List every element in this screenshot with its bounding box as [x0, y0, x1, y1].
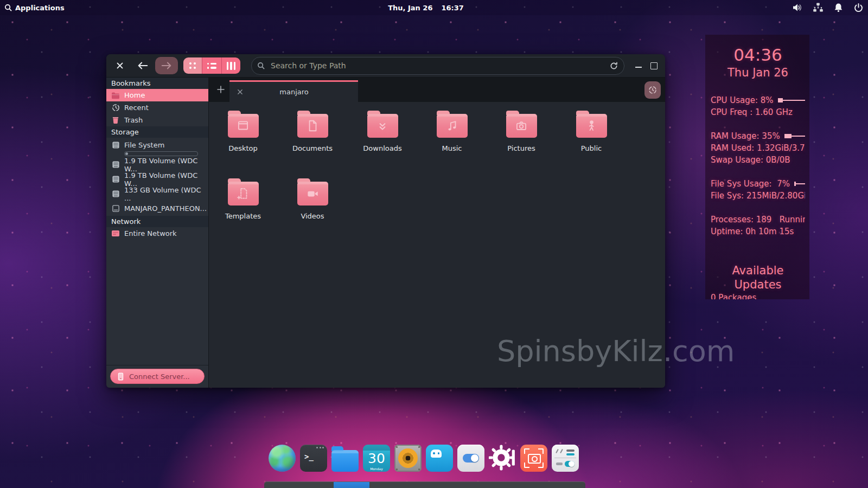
path-search-input[interactable] — [270, 61, 605, 70]
sidebar-item-recent[interactable]: Recent — [106, 101, 208, 114]
tweaks-sliders-icon — [552, 445, 579, 472]
sidebar-item-trash[interactable]: Trash — [106, 114, 208, 126]
disk-capacity-bar — [124, 151, 198, 156]
folder-templates[interactable]: Templates — [215, 177, 271, 220]
column-view-button[interactable] — [221, 57, 240, 74]
window-close-button[interactable] — [114, 62, 126, 69]
folder-downloads[interactable]: Downloads — [354, 110, 411, 152]
folder-public[interactable]: Public — [563, 110, 620, 152]
sidebar-item-label: Home — [124, 91, 145, 99]
desktop: Applications Thu, Jan 26 16:37 — [0, 0, 868, 488]
volume-icon[interactable] — [792, 3, 803, 12]
drive-icon — [111, 140, 120, 149]
dock-web-browser-icon[interactable] — [269, 445, 296, 472]
trash-icon — [111, 116, 120, 125]
connect-server-button[interactable]: Connect Server... — [110, 369, 205, 384]
conky-fs-usage-row: File Sys Usage: 7% — [711, 178, 805, 190]
document-glyph-icon — [305, 119, 320, 133]
speaker-icon — [394, 445, 422, 472]
hidden-window-edge[interactable] — [264, 481, 585, 488]
home-folder-icon — [111, 91, 120, 100]
network-icon[interactable] — [813, 3, 824, 12]
system-tray — [792, 3, 864, 13]
folder-label: Desktop — [215, 144, 271, 152]
top-panel: Applications Thu, Jan 26 16:37 — [0, 0, 868, 15]
dock-music-player-icon[interactable] — [394, 445, 422, 472]
screenshot-camera-icon — [520, 445, 547, 472]
conky-updates-title: Available Updates — [711, 264, 805, 292]
tab-close-icon[interactable] — [237, 89, 243, 95]
folder-videos[interactable]: Videos — [284, 177, 341, 220]
sidebar-item-entire-network[interactable]: Entire Network — [106, 227, 208, 240]
sidebar: Bookmarks Home Recent Trash Storage — [106, 78, 209, 388]
dock-software-app-icon[interactable] — [426, 445, 453, 472]
folder-label: Videos — [284, 212, 341, 220]
toggle-switch-icon — [457, 445, 484, 472]
dock: >_ 30 Monday — [269, 445, 579, 472]
applications-menu[interactable]: Applications — [0, 4, 65, 12]
calendar-icon: 30 Monday — [363, 445, 390, 472]
sidebar-item-label: 133 GB Volume (WDC ... — [124, 186, 208, 202]
storage-header: Storage — [106, 126, 208, 138]
dock-calendar-icon[interactable]: 30 Monday — [363, 445, 390, 472]
folder-label: Music — [424, 144, 480, 152]
conky-system-monitor: 04:36 Thu Jan 26 CPU Usage: 8% CPU Freq … — [705, 35, 809, 299]
folder-icon — [297, 114, 328, 138]
conky-processes: Processes: 189 Running: — [711, 214, 805, 226]
tab-history-button[interactable] — [644, 81, 661, 99]
sidebar-spacer — [106, 240, 208, 365]
folder-music[interactable]: Music — [424, 110, 480, 152]
folder-icon — [576, 114, 607, 138]
terminal-icon: >_ — [300, 445, 327, 472]
dock-settings-gear-icon[interactable] — [489, 445, 516, 472]
list-view-button[interactable] — [202, 57, 221, 74]
person-glyph-icon — [584, 119, 598, 133]
folder-documents[interactable]: Documents — [284, 110, 341, 152]
terminal-window-dots — [316, 447, 324, 448]
sidebar-item-volume-3[interactable]: 133 GB Volume (WDC ... — [106, 187, 208, 201]
dock-terminal-icon[interactable]: >_ — [300, 445, 327, 472]
globe-icon — [269, 445, 296, 472]
network-header: Network — [106, 216, 208, 227]
dock-switchboard-icon[interactable] — [457, 445, 484, 472]
folder-icon — [228, 114, 259, 138]
conky-swap-usage: Swap Usage: 0B/0B — [711, 154, 805, 166]
notifications-bell-icon[interactable] — [833, 3, 844, 13]
dock-screenshot-icon[interactable] — [520, 445, 547, 472]
conky-time: 04:36 — [711, 46, 805, 64]
tab-manjaro[interactable]: manjaro — [229, 80, 358, 102]
forward-button[interactable] — [155, 57, 178, 74]
folder-label: Documents — [284, 144, 341, 152]
terminal-prompt-glyph: >_ — [304, 452, 314, 461]
bookmarks-header: Bookmarks — [106, 78, 208, 89]
back-button[interactable] — [135, 61, 151, 70]
power-icon[interactable] — [853, 3, 864, 13]
sidebar-item-file-system[interactable]: File System — [106, 138, 208, 157]
network-folder-icon — [111, 229, 120, 238]
refresh-icon[interactable] — [609, 61, 618, 70]
minimize-button[interactable] — [634, 61, 643, 70]
server-icon — [116, 372, 125, 381]
new-tab-button[interactable] — [213, 82, 228, 97]
tab-title: manjaro — [243, 88, 345, 96]
desktop-glyph-icon — [236, 119, 250, 133]
drive-icon — [111, 160, 120, 169]
sidebar-item-volume-2[interactable]: 1.9 TB Volume (WDC W... — [106, 172, 208, 187]
folder-pictures[interactable]: Pictures — [493, 110, 550, 152]
folder-desktop[interactable]: Desktop — [215, 110, 271, 152]
dock-files-icon[interactable] — [331, 445, 359, 472]
sidebar-item-volume-1[interactable]: 1.9 TB Volume (WDC W... — [106, 157, 208, 172]
clock[interactable]: Thu, Jan 26 16:37 — [388, 4, 464, 12]
sidebar-item-label: Entire Network — [124, 229, 177, 237]
folder-icon — [506, 114, 537, 138]
sidebar-item-volume-4[interactable]: MANJARO_PANTHEON... — [106, 201, 208, 216]
folder-label: Pictures — [493, 144, 550, 152]
grid-view-button[interactable] — [183, 57, 202, 74]
gear-icon — [489, 444, 516, 472]
drive-icon — [111, 190, 120, 198]
maximize-button[interactable] — [650, 62, 658, 69]
grid-view-icon — [189, 62, 196, 69]
sidebar-item-home[interactable]: Home — [106, 89, 208, 101]
dock-tweaks-icon[interactable] — [552, 445, 579, 472]
folder-icon — [297, 182, 328, 206]
